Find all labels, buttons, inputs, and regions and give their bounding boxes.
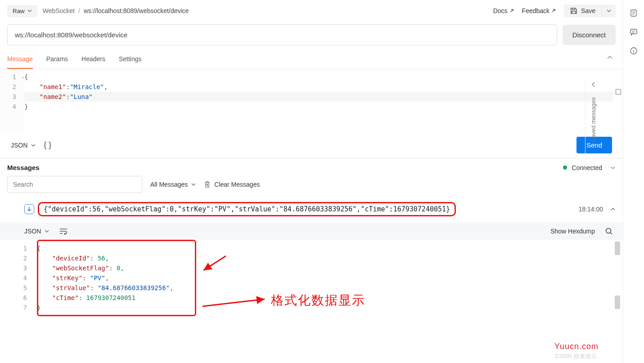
scrollbar-thumb[interactable] <box>615 296 620 309</box>
messages-title: Messages <box>7 164 40 171</box>
save-group: Save <box>564 4 616 17</box>
saved-messages-label: Saved messages <box>590 97 597 142</box>
scrollbar-thumb[interactable] <box>615 242 620 255</box>
messages-toolbar: All Messages Clear Messages <box>0 176 623 199</box>
breadcrumb-url: ws://localhost:8089/websocket/device <box>84 7 189 14</box>
chevron-down-icon <box>27 9 32 13</box>
save-button[interactable]: Save <box>564 4 602 17</box>
viewer-format-select[interactable]: JSON <box>24 228 49 235</box>
messages-header: Messages Connected <box>0 158 623 176</box>
editor-gutter: 1234 <box>0 69 24 132</box>
status-dot-icon <box>563 166 567 170</box>
json-viewer: 1234567 { "deviceId": 56, "webSocketFlag… <box>0 240 623 322</box>
chevron-left-icon[interactable] <box>591 79 596 87</box>
message-meta: 18:14:00 <box>579 206 616 213</box>
save-icon <box>570 7 577 14</box>
format-select[interactable]: JSON <box>11 142 36 149</box>
saved-messages-rail[interactable]: Saved messages <box>585 79 601 169</box>
minimap <box>613 69 623 132</box>
message-time: 18:14:00 <box>579 206 603 213</box>
external-icon <box>551 9 556 13</box>
annotation-arrow <box>200 296 267 310</box>
json-code: { "deviceId": 56, "webSocketFlag": 0, "s… <box>37 242 173 313</box>
comment-icon[interactable] <box>630 28 638 36</box>
chevron-down-icon <box>191 182 196 187</box>
chevron-up-icon <box>607 54 613 61</box>
top-links: Docs Feedback Save <box>493 4 616 17</box>
editor-code[interactable]: { "name1":"Miracle", "name2":"Luna"} <box>24 69 613 132</box>
docs-link[interactable]: Docs <box>493 7 514 14</box>
watermark: Yuucn.com <box>554 342 599 351</box>
message-raw: {"deviceId":56,"webSocketFlag":0,"strKey… <box>38 202 456 216</box>
url-row: Disconnect <box>0 24 623 52</box>
svg-line-1 <box>203 256 226 270</box>
svg-point-0 <box>606 229 611 233</box>
svg-line-2 <box>203 299 265 306</box>
message-editor[interactable]: 1234 ▾ { "name1":"Miracle", "name2":"Lun… <box>0 69 623 132</box>
collapse-tabs[interactable] <box>604 52 616 69</box>
save-menu[interactable] <box>602 4 616 17</box>
json-gutter: 1234567 <box>0 242 37 313</box>
annotation-label: 格式化数据显示 <box>271 292 365 309</box>
feedback-link[interactable]: Feedback <box>522 7 556 14</box>
beautify-button[interactable]: { } <box>44 140 51 150</box>
breadcrumb: WebSocket / ws://localhost:8089/websocke… <box>43 7 189 14</box>
info-icon[interactable] <box>630 47 638 55</box>
external-icon <box>509 9 514 13</box>
document-icon[interactable] <box>630 9 638 17</box>
protocol-label: WebSocket <box>43 7 75 14</box>
credit: CSDN @龙凌云 <box>555 352 597 360</box>
breadcrumb-separator: / <box>78 7 80 14</box>
raw-label: Raw <box>13 8 25 14</box>
incoming-icon <box>24 204 34 214</box>
editor-footer: JSON { } Send <box>0 132 623 158</box>
message-row[interactable]: {"deviceId":56,"webSocketFlag":0,"strKey… <box>0 199 623 221</box>
wrap-lines-button[interactable] <box>59 228 68 235</box>
clear-messages[interactable]: Clear Messages <box>204 181 260 188</box>
search-icon[interactable] <box>605 227 613 235</box>
chevron-down-icon <box>607 9 611 13</box>
chevron-down-icon[interactable] <box>610 165 616 170</box>
tab-settings[interactable]: Settings <box>119 52 142 69</box>
svg-rect-4 <box>630 29 637 34</box>
search-input[interactable] <box>7 176 142 193</box>
chevron-up-icon[interactable] <box>610 206 616 212</box>
top-bar: Raw WebSocket / ws://localhost:8089/webs… <box>0 0 623 22</box>
viewer-bar: JSON Show Hexdump <box>0 223 623 240</box>
chevron-down-icon <box>31 143 36 148</box>
right-rail <box>623 0 644 363</box>
chevron-down-icon <box>45 229 49 233</box>
show-hexdump[interactable]: Show Hexdump <box>550 228 595 235</box>
annotation-arrow <box>200 255 227 273</box>
raw-button[interactable]: Raw <box>7 5 37 17</box>
tab-message[interactable]: Message <box>7 52 33 69</box>
tab-params[interactable]: Params <box>46 52 68 69</box>
tab-headers[interactable]: Headers <box>81 52 105 69</box>
request-tabs: Message Params Headers Settings <box>0 52 623 69</box>
url-input[interactable] <box>7 24 557 45</box>
disconnect-button[interactable]: Disconnect <box>563 25 616 45</box>
message-filter[interactable]: All Messages <box>150 181 196 188</box>
trash-icon <box>204 181 211 188</box>
